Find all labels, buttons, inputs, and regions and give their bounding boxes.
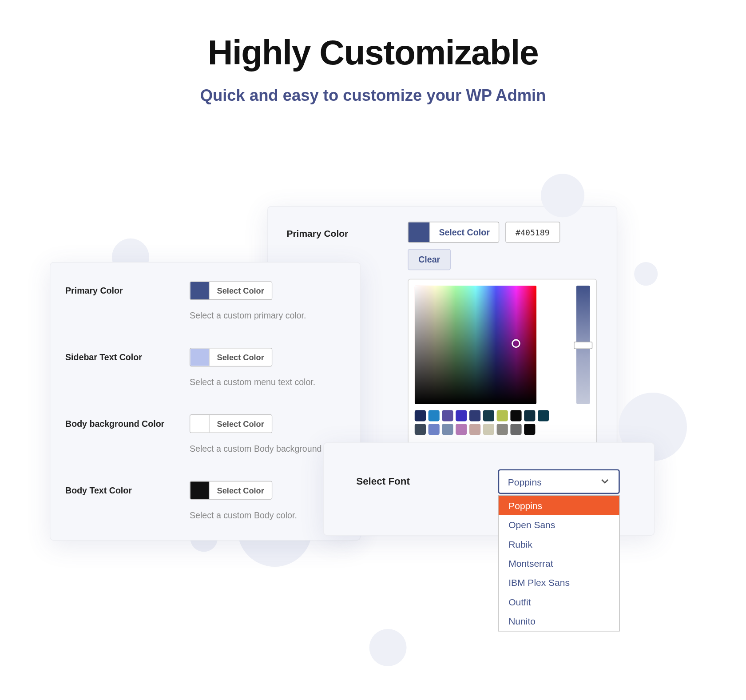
color-swatch [190, 282, 209, 299]
chevron-down-icon [600, 476, 610, 488]
color-swatch-button[interactable]: Select Color [190, 348, 272, 366]
font-option[interactable]: Rubik [499, 534, 619, 553]
primary-color-swatch-button[interactable]: Select Color [408, 222, 499, 243]
preset-row [415, 424, 590, 435]
decorative-circle [369, 629, 407, 666]
select-color-button[interactable]: Select Color [209, 481, 271, 499]
option-hint: Select a custom Body background color. [190, 444, 345, 453]
preset-swatch[interactable] [415, 410, 426, 421]
saturation-value-area[interactable] [415, 286, 536, 404]
select-font-label: Select Font [356, 476, 498, 487]
picker-handle-icon[interactable] [512, 339, 520, 348]
color-option-row: Body Text ColorSelect ColorSelect a cust… [65, 473, 345, 528]
preset-swatch[interactable] [538, 410, 549, 421]
select-color-button[interactable]: Select Color [429, 222, 498, 242]
preset-row [415, 410, 590, 421]
decorative-circle [541, 174, 584, 217]
color-options-panel: Primary ColorSelect ColorSelect a custom… [50, 262, 361, 541]
preset-swatch[interactable] [456, 410, 467, 421]
color-swatch [190, 349, 209, 366]
font-option[interactable]: Nunito [499, 612, 619, 631]
option-label: Body Text Color [65, 485, 132, 495]
preset-swatch[interactable] [524, 424, 535, 435]
color-swatch [190, 481, 209, 499]
preset-swatch[interactable] [415, 424, 426, 435]
preset-swatch[interactable] [442, 424, 453, 435]
preset-swatch[interactable] [483, 410, 494, 421]
font-selected-value: Poppins [508, 476, 542, 487]
color-option-row: Body background ColorSelect ColorSelect … [65, 407, 345, 461]
preset-swatch[interactable] [497, 424, 508, 435]
color-swatch-button[interactable]: Select Color [190, 281, 272, 300]
font-dropdown: PoppinsOpen SansRubikMontserratIBM Plex … [498, 495, 619, 632]
font-select[interactable]: Poppins PoppinsOpen SansRubikMontserratI… [498, 469, 619, 494]
font-option[interactable]: Poppins [499, 496, 619, 515]
preset-swatch[interactable] [429, 410, 440, 421]
font-option[interactable]: Outfit [499, 592, 619, 611]
select-color-button[interactable]: Select Color [209, 282, 271, 299]
color-option-row: Sidebar Text ColorSelect ColorSelect a c… [65, 340, 345, 394]
color-option-row: Primary ColorSelect ColorSelect a custom… [65, 274, 345, 328]
font-option[interactable]: Open Sans [499, 515, 619, 534]
preset-swatch[interactable] [483, 424, 494, 435]
hex-input[interactable] [505, 222, 560, 243]
color-swatch [190, 415, 209, 432]
select-color-button[interactable]: Select Color [209, 415, 271, 432]
option-hint: Select a custom primary color. [190, 310, 345, 320]
option-hint: Select a custom Body color. [190, 510, 345, 520]
font-option[interactable]: Montserrat [499, 554, 619, 573]
preset-swatch[interactable] [456, 424, 467, 435]
select-color-button[interactable]: Select Color [209, 349, 271, 366]
option-label: Primary Color [65, 286, 123, 295]
option-hint: Select a custom menu text color. [190, 377, 345, 387]
color-swatch-button[interactable]: Select Color [190, 414, 272, 433]
decorative-circle [634, 262, 658, 286]
primary-color-label: Primary Color [286, 222, 408, 239]
clear-button[interactable]: Clear [408, 249, 451, 270]
preset-swatch[interactable] [510, 410, 521, 421]
page-subtitle: Quick and easy to customize your WP Admi… [0, 86, 746, 105]
primary-color-swatch [409, 222, 430, 242]
color-swatch-button[interactable]: Select Color [190, 481, 272, 500]
page-title: Highly Customizable [0, 32, 746, 72]
option-label: Body background Color [65, 419, 164, 429]
font-option[interactable]: IBM Plex Sans [499, 573, 619, 592]
hue-bar[interactable] [576, 286, 590, 404]
preset-swatch[interactable] [429, 424, 440, 435]
font-panel: Select Font Poppins PoppinsOpen SansRubi… [323, 442, 655, 536]
preset-swatch[interactable] [442, 410, 453, 421]
preset-swatch[interactable] [510, 424, 521, 435]
option-label: Sidebar Text Color [65, 352, 142, 362]
hue-handle-icon[interactable] [574, 342, 592, 349]
preset-swatch[interactable] [469, 424, 480, 435]
preset-swatch[interactable] [524, 410, 535, 421]
color-picker [408, 279, 597, 444]
preset-swatch[interactable] [469, 410, 480, 421]
preset-swatch[interactable] [497, 410, 508, 421]
